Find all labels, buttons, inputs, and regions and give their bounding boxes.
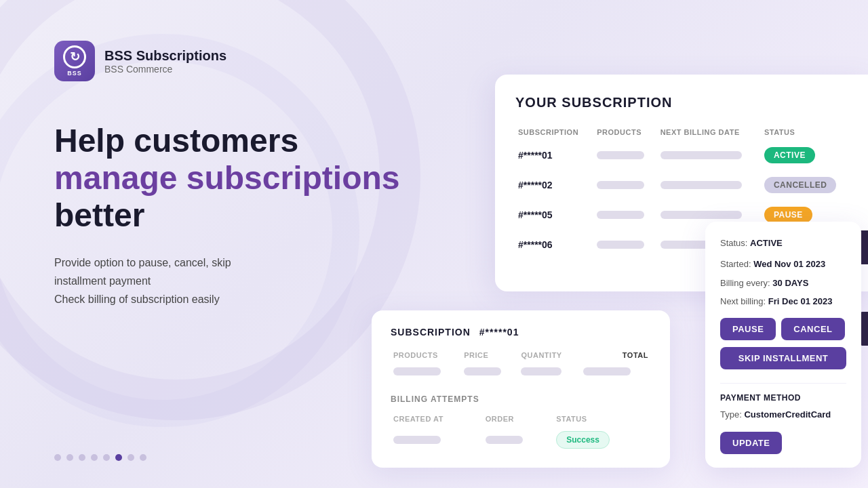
billing-table-row: Success	[391, 426, 651, 454]
status-label: Status:	[720, 238, 747, 248]
col-order: ORDER	[483, 412, 553, 426]
dot-8[interactable]	[140, 454, 146, 461]
placeholder-bar	[597, 151, 644, 159]
placeholder-bar	[660, 151, 742, 159]
col-subscription: SUBSCRIPTION	[515, 124, 594, 140]
detail-header: SUBSCRIPTION #*****01	[391, 327, 651, 338]
started-label: Started:	[720, 259, 751, 269]
placeholder-bar	[486, 436, 523, 444]
placeholder-bar	[393, 436, 441, 444]
col-products: PRODUCTS	[391, 348, 461, 362]
col-billing-status: STATUS	[553, 412, 651, 426]
hero-line2: better	[54, 197, 144, 233]
status-badge-active: ACTIVE	[764, 147, 815, 163]
next-billing-label: Next billing:	[720, 296, 766, 306]
col-status: STATUS	[762, 124, 854, 140]
status-value: ACTIVE	[750, 238, 783, 248]
logo-icon-inner	[63, 45, 86, 68]
hero-line1: Help customers	[54, 123, 298, 159]
app-title: BSS Subscriptions	[104, 48, 226, 64]
billing-section-title: BILLING ATTEMPTS	[391, 394, 651, 404]
col-products: PRODUCTS	[594, 124, 657, 140]
detail-label: SUBSCRIPTION	[391, 327, 471, 338]
table-row[interactable]: #*****02 CANCELLED	[515, 170, 854, 200]
next-billing-value: Fri Dec 01 2023	[768, 296, 833, 306]
placeholder-bar	[597, 211, 644, 219]
logo-icon: BSS	[54, 41, 95, 81]
sub-id-3: #*****05	[518, 209, 553, 220]
started-row: Started: Wed Nov 01 2023	[720, 258, 846, 271]
info-card: Status: ACTIVE Started: Wed Nov 01 2023 …	[705, 222, 861, 468]
skip-row: SKIP INSTALLMENT	[720, 347, 846, 376]
logo-text-area: BSS Subscriptions BSS Commerce	[104, 48, 226, 75]
update-button[interactable]: UPDATE	[720, 432, 782, 454]
type-row: Type: CustomerCreditCard	[720, 408, 846, 422]
placeholder-bar	[583, 367, 631, 375]
billing-table: CREATED AT ORDER STATUS Success	[391, 412, 651, 454]
logo-bss-label: BSS	[67, 70, 82, 77]
col-price: PRICE	[461, 348, 518, 362]
hero-purple: manage subscriptions	[54, 160, 399, 196]
hero-desc1: Provide option to pause, cancel, skip	[54, 257, 231, 268]
detail-sub-id: #*****01	[479, 327, 519, 338]
hero-desc3: Check billing of subscription easily	[54, 293, 220, 305]
payment-section-title: PAYMENT METHOD	[720, 393, 846, 403]
placeholder-bar	[597, 241, 644, 249]
placeholder-bar	[521, 367, 561, 375]
dot-1[interactable]	[54, 454, 61, 461]
pause-button[interactable]: PAUSE	[720, 318, 776, 340]
app-subtitle: BSS Commerce	[104, 64, 226, 75]
detail-table-row	[391, 362, 651, 381]
billing-label: Billing every:	[720, 278, 770, 288]
type-value: CustomerCreditCard	[744, 409, 831, 420]
table-row[interactable]: #*****01 ACTIVE	[515, 140, 854, 170]
placeholder-bar	[660, 211, 742, 219]
pagination-dots	[54, 454, 146, 461]
col-total: TOTAL	[580, 348, 651, 362]
col-quantity: QUANTITY	[518, 348, 580, 362]
hero-heading: Help customers manage subscriptions bett…	[54, 122, 448, 235]
status-row: Status: ACTIVE	[720, 237, 846, 250]
divider	[720, 383, 846, 384]
placeholder-bar	[660, 181, 742, 189]
status-badge-cancelled: CANCELLED	[764, 177, 837, 193]
hero-desc2: installment payment	[54, 275, 151, 287]
sub-id-4: #*****06	[518, 239, 553, 250]
sub-id-2: #*****02	[518, 180, 553, 190]
billing-value: 30 DAYS	[772, 278, 808, 288]
dot-3[interactable]	[79, 454, 85, 461]
hero-area: Help customers manage subscriptions bett…	[54, 122, 448, 308]
placeholder-bar	[393, 367, 441, 375]
col-billing: NEXT BILLING DATE	[658, 124, 762, 140]
type-label: Type:	[720, 409, 742, 420]
started-value: Wed Nov 01 2023	[753, 259, 825, 269]
billing-every-row: Billing every: 30 DAYS	[720, 277, 846, 290]
status-badge-pause: PAUSE	[764, 207, 812, 223]
placeholder-bar	[597, 181, 644, 189]
dot-7[interactable]	[127, 454, 134, 461]
sub-id-1: #*****01	[518, 150, 553, 161]
dot-5[interactable]	[103, 454, 110, 461]
skip-installment-button[interactable]: SKIP INSTALLMENT	[720, 347, 846, 369]
subscription-detail-card: SUBSCRIPTION #*****01 PRODUCTS PRICE QUA…	[372, 310, 670, 468]
dot-4[interactable]	[91, 454, 98, 461]
dot-2[interactable]	[66, 454, 73, 461]
next-billing-row: Next billing: Fri Dec 01 2023	[720, 295, 846, 308]
col-created-at: CREATED AT	[391, 412, 483, 426]
logo-area: BSS BSS Subscriptions BSS Commerce	[54, 41, 226, 81]
detail-table: PRODUCTS PRICE QUANTITY TOTAL	[391, 348, 651, 381]
hero-desc: Provide option to pause, cancel, skip in…	[54, 253, 448, 309]
pause-cancel-row: PAUSE CANCEL	[720, 318, 846, 340]
cancel-button[interactable]: CANCEL	[781, 318, 844, 340]
placeholder-bar	[464, 367, 501, 375]
dot-6[interactable]	[115, 454, 122, 461]
panel-title: YOUR SUBSCRIPTION	[515, 95, 854, 110]
success-badge: Success	[556, 431, 610, 449]
